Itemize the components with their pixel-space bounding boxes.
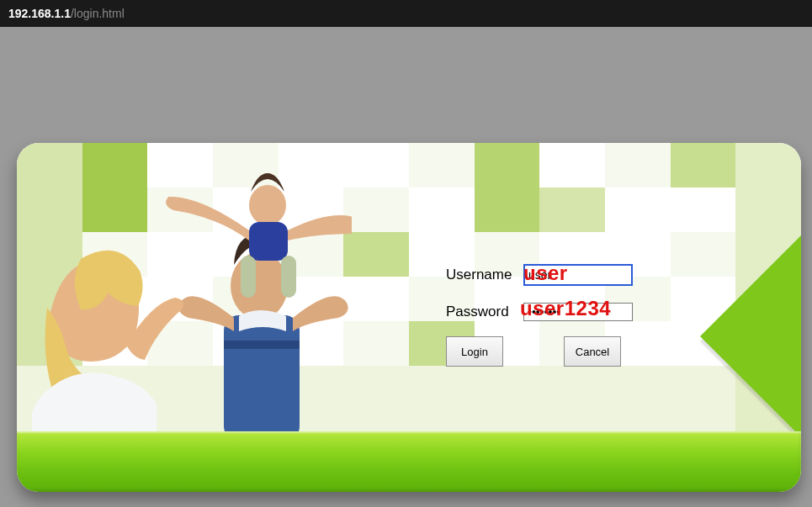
username-input[interactable] [523,264,633,286]
password-wrap: user1234 [523,301,633,323]
svg-rect-3 [249,222,288,261]
address-bar[interactable]: 192.168.1.1/login.html [0,0,812,27]
svg-point-0 [231,252,288,320]
svg-rect-1 [224,315,300,440]
url-host: 192.168.1.1 [8,7,71,20]
username-wrap: user [523,264,633,286]
page-content: Username user Password user1234 Login Ca… [0,27,812,507]
password-input[interactable] [523,303,633,321]
login-form: Username user Password user1234 Login Ca… [446,262,698,367]
username-label: Username [446,267,523,283]
url-path: /login.html [71,7,125,20]
corner-triangle [700,235,801,437]
svg-point-2 [249,185,286,225]
svg-rect-5 [281,256,296,298]
password-row: Password user1234 [446,299,698,325]
username-row: Username user [446,262,698,288]
login-button[interactable]: Login [446,336,503,367]
family-illustration [32,143,352,440]
svg-rect-4 [241,256,256,298]
password-label: Password [446,304,523,320]
cancel-button[interactable]: Cancel [564,336,621,367]
bottom-green-bar [17,431,801,492]
button-row: Login Cancel [446,336,698,367]
login-card: Username user Password user1234 Login Ca… [17,143,801,492]
